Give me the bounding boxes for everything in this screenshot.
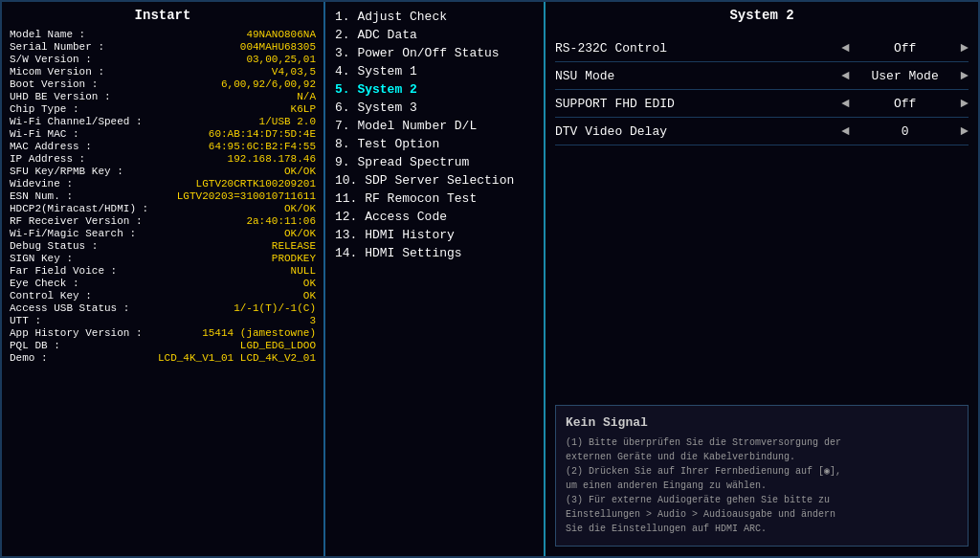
info-row: Chip Type :K6LP	[10, 103, 316, 115]
info-row: Access USB Status :1/-1(T)/-1(C)	[10, 302, 316, 314]
system-row: DTV Video Delay ◄ 0 ►	[555, 118, 969, 145]
info-row: Far Field Voice :NULL	[10, 265, 316, 277]
info-row: S/W Version :03,00,25,01	[10, 54, 316, 65]
arrow-right-icon[interactable]: ►	[961, 68, 969, 83]
system-row-label: DTV Video Delay	[555, 124, 841, 139]
main-content: Instart Model Name :49NANO806NASerial Nu…	[2, 2, 978, 556]
menu-item-11[interactable]: 11. RF Remocon Test	[335, 190, 534, 208]
menu-items: 1. Adjust Check2. ADC Data3. Power On/Of…	[335, 8, 534, 262]
info-value: 192.168.178.46	[144, 153, 316, 165]
info-row: Micom Version :V4,03,5	[10, 66, 316, 78]
info-label: Demo :	[10, 352, 144, 364]
arrow-left-icon[interactable]: ◄	[841, 123, 849, 139]
info-label: Eye Check :	[10, 278, 144, 289]
info-label: Debug Status :	[10, 240, 144, 252]
info-label: Wi-Fi/Magic Search :	[10, 228, 144, 239]
info-row: UHD BE Version :N/A	[10, 91, 316, 102]
arrow-right-icon[interactable]: ►	[961, 40, 969, 56]
system-row-value: Off	[858, 41, 953, 56]
info-row: Wi-Fi MAC :60:AB:14:D7:5D:4E	[10, 128, 316, 140]
no-signal-overlay: Kein Signal (1) Bitte überprüfen Sie die…	[555, 405, 969, 547]
arrow-left-icon[interactable]: ◄	[841, 40, 849, 56]
menu-item-8[interactable]: 8. Test Option	[335, 135, 534, 153]
info-label: SIGN Key :	[10, 253, 144, 264]
info-label: Serial Number :	[10, 41, 144, 53]
menu-item-2[interactable]: 2. ADC Data	[335, 26, 534, 44]
info-label: Control Key :	[10, 290, 144, 301]
no-signal-line: (2) Drücken Sie auf Ihrer Fernbedienung …	[566, 464, 958, 479]
info-value: 1/-1(T)/-1(C)	[144, 302, 316, 314]
no-signal-line: Einstellungen > Audio > Audioausgabe und…	[566, 507, 958, 522]
info-row: App History Version :15414 (jamestowne)	[10, 327, 316, 339]
info-label: HDCP2(Miracast/HDMI) :	[10, 203, 148, 214]
info-row: SIGN Key :PRODKEY	[10, 253, 316, 264]
system-row-value: User Mode	[858, 69, 953, 83]
info-label: PQL DB :	[10, 340, 144, 351]
arrow-right-icon[interactable]: ►	[961, 96, 969, 111]
info-value: 49NANO806NA	[144, 29, 316, 40]
info-row: UTT :3	[10, 315, 316, 326]
middle-panel: 1. Adjust Check2. ADC Data3. Power On/Of…	[325, 2, 546, 556]
menu-item-14[interactable]: 14. HDMI Settings	[335, 244, 534, 262]
info-row: Demo :LCD_4K_V1_01 LCD_4K_V2_01	[10, 352, 316, 364]
menu-item-12[interactable]: 12. Access Code	[335, 208, 534, 226]
menu-item-6[interactable]: 6. System 3	[335, 99, 534, 117]
arrow-left-icon[interactable]: ◄	[841, 68, 849, 83]
info-label: Boot Version :	[10, 78, 144, 90]
info-value: 03,00,25,01	[144, 54, 316, 65]
info-value: 6,00,92/6,00,92	[144, 78, 316, 90]
info-row: Boot Version :6,00,92/6,00,92	[10, 78, 316, 90]
info-row: Wi-Fi/Magic Search :OK/OK	[10, 228, 316, 239]
info-label: RF Receiver Version :	[10, 215, 144, 227]
left-panel-title: Instart	[10, 8, 316, 25]
info-row: SFU Key/RPMB Key :OK/OK	[10, 166, 316, 177]
info-value: 004MAHU68305	[144, 41, 316, 53]
system-row-label: SUPPORT FHD EDID	[555, 97, 841, 111]
menu-item-4[interactable]: 4. System 1	[335, 62, 534, 80]
info-row: HDCP2(Miracast/HDMI) :OK/OK	[10, 203, 316, 214]
info-value: OK	[144, 278, 316, 289]
menu-item-9[interactable]: 9. Spread Spectrum	[335, 153, 534, 171]
info-value: RELEASE	[144, 240, 316, 252]
info-value: 60:AB:14:D7:5D:4E	[144, 128, 316, 140]
info-label: MAC Address :	[10, 141, 144, 152]
info-label: Widevine :	[10, 178, 144, 190]
info-value: OK/OK	[148, 203, 316, 214]
info-row: IP Address :192.168.178.46	[10, 153, 316, 165]
screen: Instart Model Name :49NANO806NASerial Nu…	[0, 0, 980, 558]
info-row: PQL DB :LGD_EDG_LDOO	[10, 340, 316, 351]
menu-item-7[interactable]: 7. Model Number D/L	[335, 117, 534, 135]
info-label: Micom Version :	[10, 66, 144, 78]
info-row: Debug Status :RELEASE	[10, 240, 316, 252]
info-value: N/A	[144, 91, 316, 102]
arrow-right-icon[interactable]: ►	[961, 123, 969, 139]
menu-item-13[interactable]: 13. HDMI History	[335, 226, 534, 244]
menu-item-5[interactable]: 5. System 2	[335, 80, 534, 99]
no-signal-line: (1) Bitte überprüfen Sie die Stromversor…	[566, 435, 958, 450]
info-label: IP Address :	[10, 153, 144, 165]
info-value: V4,03,5	[144, 66, 316, 78]
no-signal-line: externen Geräte und die Kabelverbindung.	[566, 450, 958, 464]
system-row-value: 0	[858, 124, 953, 139]
info-value: K6LP	[144, 103, 316, 115]
info-label: UTT :	[10, 315, 144, 326]
info-rows: Model Name :49NANO806NASerial Number :00…	[10, 29, 316, 364]
no-signal-title: Kein Signal	[566, 415, 958, 430]
menu-item-10[interactable]: 10. SDP Server Selection	[335, 171, 534, 190]
info-value: LGTV20CRTK100209201	[144, 178, 316, 190]
menu-item-1[interactable]: 1. Adjust Check	[335, 8, 534, 26]
system-rows: RS-232C Control ◄ Off ► NSU Mode ◄ User …	[555, 34, 969, 145]
info-value: 2a:40:11:06	[144, 215, 316, 227]
no-signal-line: um einen anderen Eingang zu wählen.	[566, 479, 958, 493]
info-value: LCD_4K_V1_01 LCD_4K_V2_01	[144, 352, 316, 364]
info-value: 1/USB 2.0	[144, 116, 316, 127]
system-row-value: Off	[858, 97, 953, 111]
menu-item-3[interactable]: 3. Power On/Off Status	[335, 44, 534, 62]
info-label: Wi-Fi MAC :	[10, 128, 144, 140]
no-signal-line: Sie die Einstellungen auf HDMI ARC.	[566, 522, 958, 536]
info-row: Wi-Fi Channel/Speed :1/USB 2.0	[10, 116, 316, 127]
arrow-left-icon[interactable]: ◄	[841, 96, 849, 111]
system-row: SUPPORT FHD EDID ◄ Off ►	[555, 90, 969, 118]
info-row: ESN Num. :LGTV20203=310010711611	[10, 190, 316, 202]
info-label: Far Field Voice :	[10, 265, 144, 277]
